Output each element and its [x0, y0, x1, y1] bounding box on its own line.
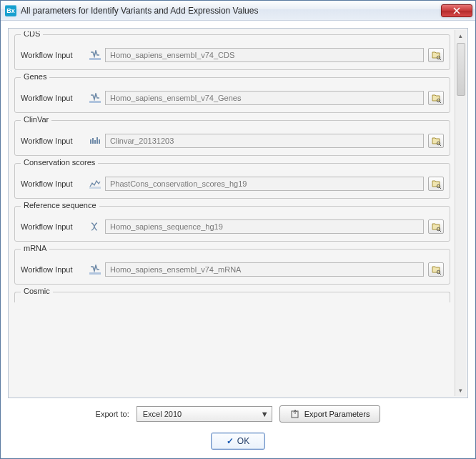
param-row: Workflow Input — [21, 91, 444, 105]
svg-rect-0 — [89, 58, 101, 60]
svg-rect-10 — [89, 187, 101, 189]
app-icon: Bx — [5, 5, 16, 16]
export-format-value: Excel 2010 — [143, 410, 182, 418]
param-label: Workflow Input — [21, 265, 85, 274]
title-bar: Bx All parameters for Identify Variants … — [1, 1, 475, 21]
param-row: Workflow Input — [21, 219, 444, 234]
vertical-scrollbar[interactable]: ▴ ▾ — [455, 30, 466, 396]
scroll-track[interactable] — [455, 41, 466, 385]
browse-icon — [431, 136, 441, 146]
browse-icon — [431, 222, 441, 232]
group-cds: CDS Workflow Input — [14, 34, 450, 70]
check-icon: ✓ — [227, 436, 234, 446]
group-title: Reference sequence — [21, 201, 99, 209]
export-format-combo[interactable]: Excel 2010 ▼ — [137, 406, 272, 422]
group-clinvar: ClinVar Workflow Input — [14, 120, 450, 156]
group-title: Cosmic — [21, 287, 53, 295]
scroll-down-arrow-icon[interactable]: ▾ — [455, 385, 466, 396]
param-input — [105, 134, 424, 148]
sequence-icon — [89, 222, 101, 232]
param-label: Workflow Input — [21, 94, 85, 102]
export-button-label: Export Parameters — [304, 410, 370, 418]
param-label: Workflow Input — [21, 51, 85, 59]
group-title: ClinVar — [21, 115, 51, 124]
svg-rect-4 — [90, 139, 91, 144]
browse-button[interactable] — [428, 134, 444, 148]
browse-button[interactable] — [428, 177, 444, 191]
browse-button[interactable] — [428, 91, 444, 105]
param-label: Workflow Input — [21, 137, 85, 145]
browse-icon — [431, 50, 441, 60]
track-icon — [89, 265, 101, 275]
param-row: Workflow Input — [21, 262, 444, 277]
browse-button[interactable] — [428, 219, 444, 234]
browse-icon — [431, 93, 441, 103]
browse-button[interactable] — [428, 262, 444, 277]
group-cosmic: Cosmic — [14, 292, 450, 302]
variants-icon — [89, 136, 101, 146]
ok-label: OK — [237, 436, 249, 446]
svg-rect-5 — [92, 138, 94, 144]
export-row: Export to: Excel 2010 ▼ Export Parameter… — [8, 405, 468, 423]
svg-rect-2 — [89, 101, 101, 103]
param-label: Workflow Input — [21, 222, 85, 231]
scroll-up-arrow-icon[interactable]: ▴ — [455, 30, 466, 41]
scroll-thumb[interactable] — [457, 43, 465, 96]
svg-rect-6 — [94, 140, 96, 144]
ok-row: ✓ OK — [8, 433, 468, 450]
browse-icon — [431, 265, 441, 275]
param-input — [105, 177, 424, 191]
param-row: Workflow Input — [21, 48, 444, 62]
export-parameters-button[interactable]: Export Parameters — [279, 405, 381, 423]
group-reference: Reference sequence Workflow Input — [14, 206, 450, 242]
track-icon — [89, 50, 101, 60]
param-label: Workflow Input — [21, 179, 85, 188]
browse-button[interactable] — [428, 48, 444, 62]
svg-rect-13 — [89, 272, 101, 275]
browse-icon — [431, 179, 441, 189]
group-title: mRNA — [21, 244, 49, 252]
export-label: Export to: — [96, 410, 129, 418]
parameters-scroll-area: CDS Workflow Input Genes Workflow Input — [13, 31, 452, 395]
group-title: CDS — [21, 31, 43, 38]
group-genes: Genes Workflow Input — [14, 77, 450, 113]
svg-rect-8 — [99, 139, 100, 144]
track-icon — [89, 93, 101, 103]
export-icon — [290, 409, 300, 419]
window-title: All parameters for Identify Variants and… — [21, 6, 441, 16]
parameters-panel: CDS Workflow Input Genes Workflow Input — [8, 28, 468, 398]
group-mrna: mRNA Workflow Input — [14, 249, 450, 285]
chevron-down-icon: ▼ — [261, 410, 269, 418]
ok-button[interactable]: ✓ OK — [211, 433, 265, 450]
close-button[interactable] — [441, 4, 472, 17]
param-input — [105, 219, 424, 234]
svg-rect-7 — [96, 137, 98, 144]
param-input — [105, 262, 424, 277]
param-input — [105, 91, 424, 105]
scores-icon — [89, 179, 101, 189]
dialog-content: CDS Workflow Input Genes Workflow Input — [1, 21, 475, 458]
param-row: Workflow Input — [21, 177, 444, 191]
group-title: Genes — [21, 72, 49, 81]
group-conservation: Conservation scores Workflow Input — [14, 163, 450, 199]
group-title: Conservation scores — [21, 158, 98, 167]
param-row: Workflow Input — [21, 134, 444, 148]
close-icon — [453, 7, 460, 14]
param-input — [105, 48, 424, 62]
